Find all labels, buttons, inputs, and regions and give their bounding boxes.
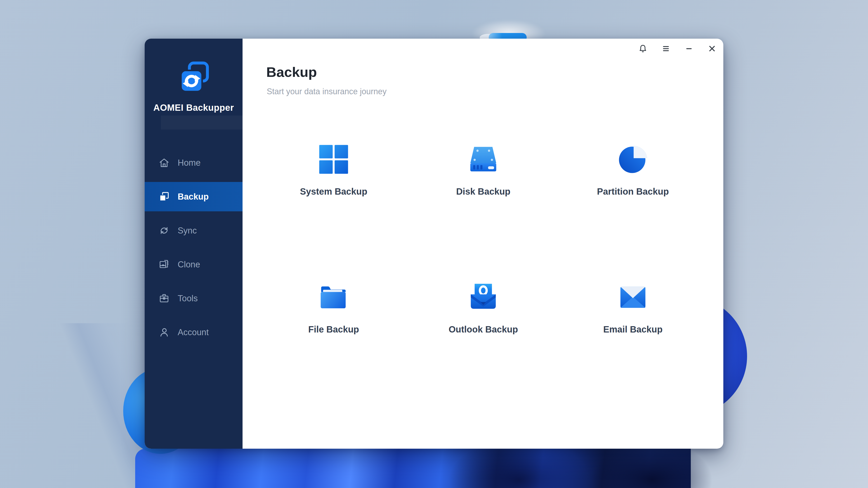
home-icon <box>159 157 169 168</box>
tile-file-backup[interactable]: File Backup <box>284 282 383 335</box>
sidebar-item-sync[interactable]: Sync <box>145 216 243 245</box>
toolbox-icon <box>159 293 169 304</box>
backup-icon <box>159 191 169 202</box>
sidebar-item-label: Clone <box>178 260 200 269</box>
tile-partition-backup[interactable]: Partition Backup <box>583 144 683 196</box>
folder-icon <box>318 282 349 313</box>
menu-button[interactable] <box>659 43 672 55</box>
tile-system-backup[interactable]: System Backup <box>284 144 383 196</box>
outlook-envelope-icon <box>468 282 499 313</box>
sidebar-item-account[interactable]: Account <box>145 317 243 347</box>
app-name: AOMEI Backupper <box>145 102 243 113</box>
tile-label: Email Backup <box>583 324 683 335</box>
sidebar-item-home[interactable]: Home <box>145 148 243 177</box>
sync-icon <box>159 225 169 236</box>
wallpaper-bloom-petals <box>135 449 691 488</box>
windows-grid-icon <box>318 144 349 175</box>
sidebar-item-clone[interactable]: Clone <box>145 250 243 279</box>
main-content: Backup Start your data insurance journey… <box>243 39 723 449</box>
tile-email-backup[interactable]: Email Backup <box>583 282 683 335</box>
sidebar-item-label: Backup <box>178 192 209 202</box>
close-button[interactable] <box>706 43 718 55</box>
close-icon <box>707 43 717 55</box>
minimize-button[interactable] <box>683 43 695 55</box>
titlebar-controls <box>637 43 718 55</box>
hard-disk-icon <box>468 144 499 175</box>
tile-label: File Backup <box>284 324 383 335</box>
tile-disk-backup[interactable]: Disk Backup <box>434 144 533 196</box>
notification-bell-button[interactable] <box>637 43 649 55</box>
tile-label: System Backup <box>284 186 383 196</box>
sidebar: AOMEI Backupper Home Backup <box>145 39 243 449</box>
sidebar-item-label: Account <box>178 328 209 337</box>
hamburger-icon <box>661 43 671 55</box>
tile-label: Disk Backup <box>434 186 533 196</box>
aomei-backupper-window: AOMEI Backupper Home Backup <box>145 39 723 449</box>
sidebar-item-label: Sync <box>178 226 197 236</box>
page-title: Backup <box>266 64 317 80</box>
page-subtitle: Start your data insurance journey <box>267 87 386 96</box>
sidebar-item-backup[interactable]: Backup <box>145 182 243 211</box>
sidebar-nav: Home Backup <box>145 148 243 352</box>
sidebar-item-tools[interactable]: Tools <box>145 284 243 313</box>
edition-strip <box>161 116 243 129</box>
pie-partition-icon <box>618 144 648 175</box>
email-envelope-icon <box>618 282 648 313</box>
sidebar-item-label: Tools <box>178 294 198 303</box>
aomei-sync-logo-icon <box>177 60 211 94</box>
tile-outlook-backup[interactable]: Outlook Backup <box>434 282 533 335</box>
minimize-icon <box>684 43 694 55</box>
person-icon <box>159 327 169 338</box>
bell-icon <box>638 43 648 55</box>
sidebar-item-label: Home <box>178 158 200 168</box>
clone-icon <box>159 259 169 270</box>
tile-label: Outlook Backup <box>434 324 533 335</box>
tile-label: Partition Backup <box>583 186 683 196</box>
